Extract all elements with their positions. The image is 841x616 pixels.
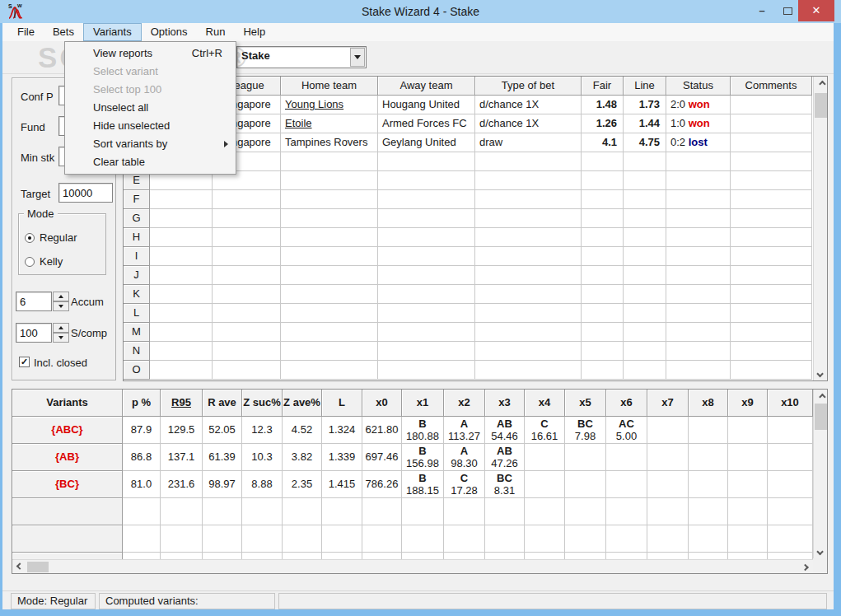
row-letter-button-N[interactable]: N (124, 342, 150, 361)
cell-league-N[interactable] (213, 342, 281, 361)
vcell-bc-x9[interactable] (728, 471, 768, 498)
cell-away-team-E[interactable] (378, 171, 475, 190)
incl-closed-checkbox[interactable] (19, 357, 30, 367)
cell-line-M[interactable] (624, 323, 666, 342)
spin-up-button[interactable] (53, 292, 69, 301)
cell-fair-G[interactable] (582, 209, 624, 228)
cell-date-I[interactable] (150, 247, 213, 266)
vcell-blank-x0[interactable] (362, 498, 402, 525)
cell-comments-O[interactable] (731, 361, 812, 380)
cell-comments-N[interactable] (731, 342, 812, 361)
cell-league-I[interactable] (213, 247, 281, 266)
vcell-ab-x7[interactable] (647, 444, 689, 471)
row-letter-button-K[interactable]: K (124, 285, 150, 304)
cell-status-F[interactable] (666, 190, 731, 209)
vcell-bc-p[interactable]: 81.0 (123, 471, 161, 498)
cell-date-O[interactable] (150, 361, 213, 380)
cell-league-L[interactable] (213, 304, 281, 323)
cell-comments-J[interactable] (731, 266, 812, 285)
row-letter-button-L[interactable]: L (124, 304, 150, 323)
cell-home-team-D[interactable] (281, 152, 378, 171)
cell-comments-C[interactable] (731, 133, 812, 152)
spin-up-button[interactable] (53, 323, 69, 333)
cell-fair-B[interactable]: 1.26 (582, 114, 624, 133)
variants-header-x8[interactable]: x8 (689, 390, 728, 417)
variants-header-z-suc[interactable]: Z suc% (242, 390, 283, 417)
cell-comments-F[interactable] (731, 190, 812, 209)
row-letter-button-J[interactable]: J (124, 266, 150, 285)
cell-league-G[interactable] (213, 209, 281, 228)
cell-date-G[interactable] (150, 209, 213, 228)
scomp-input[interactable] (16, 323, 52, 343)
cell-league-M[interactable] (213, 323, 281, 342)
vcell-ab-x1[interactable]: B156.98 (402, 444, 444, 471)
cell-bet-type-G[interactable] (475, 209, 582, 228)
cell-league-J[interactable] (213, 266, 281, 285)
cell-bet-type-M[interactable] (475, 323, 582, 342)
variants-vertical-scrollbar[interactable] (813, 390, 827, 558)
row-letter-button-F[interactable]: F (124, 190, 150, 209)
vcell-blank-x6[interactable] (606, 525, 647, 553)
cell-date-N[interactable] (150, 342, 213, 361)
cell-home-team-B[interactable]: Etoile (281, 114, 378, 133)
vcell-blank-x10[interactable] (768, 498, 813, 525)
variants-header-x6[interactable]: x6 (606, 390, 647, 417)
cell-status-O[interactable] (666, 361, 731, 380)
bets-header-away-team[interactable]: Away team (378, 77, 475, 96)
cell-away-team-G[interactable] (378, 209, 475, 228)
bets-header-line[interactable]: Line (624, 77, 666, 96)
variants-header-x4[interactable]: x4 (525, 390, 565, 417)
menubar-item-help[interactable]: Help (234, 23, 274, 41)
cell-fair-D[interactable] (582, 152, 624, 171)
vcell-bc-x4[interactable] (525, 471, 565, 498)
cell-date-M[interactable] (150, 323, 213, 342)
vcell-blank-z-suc[interactable] (242, 525, 283, 553)
cell-bet-type-D[interactable] (475, 152, 582, 171)
menubar-item-variants[interactable]: Variants (83, 23, 142, 41)
cell-home-team-H[interactable] (281, 228, 378, 247)
report-selector-combo[interactable]: Stake (236, 46, 367, 68)
cell-away-team-K[interactable] (378, 285, 475, 304)
cell-line-J[interactable] (624, 266, 666, 285)
cell-fair-A[interactable]: 1.48 (582, 96, 624, 114)
cell-bet-type-B[interactable]: d/chance 1X (475, 114, 582, 133)
scroll-left-button[interactable] (12, 560, 26, 574)
row-letter-button-O[interactable]: O (124, 361, 150, 380)
cell-line-D[interactable] (624, 152, 666, 171)
vcell-abc-l[interactable]: 1.324 (322, 417, 362, 444)
vcell-blank-r95[interactable] (161, 498, 203, 525)
vcell-ab-x2[interactable]: A98.30 (444, 444, 485, 471)
menu-item-hide-unselected[interactable]: Hide unselected (65, 117, 236, 135)
cell-home-team-C[interactable]: Tampines Rovers (281, 133, 378, 152)
cell-line-B[interactable]: 1.44 (624, 114, 666, 133)
cell-status-I[interactable] (666, 247, 731, 266)
scroll-thumb[interactable] (815, 93, 827, 118)
vcell-blank-z-ave[interactable] (283, 525, 322, 553)
cell-league-F[interactable] (213, 190, 281, 209)
cell-away-team-C[interactable]: Geylang United (378, 133, 475, 152)
maximize-button[interactable] (775, 0, 800, 21)
cell-status-C[interactable]: 0:2 lost (666, 133, 731, 152)
accum-input[interactable] (16, 292, 52, 311)
vcell-ab-x8[interactable] (689, 444, 728, 471)
vcell-ab-x10[interactable] (768, 444, 813, 471)
vcell-bc-x2[interactable]: C17.28 (444, 471, 485, 498)
scroll-up-button[interactable] (814, 77, 828, 91)
variants-header-x7[interactable]: x7 (647, 390, 689, 417)
vcell-abc-z-suc[interactable]: 12.3 (242, 417, 283, 444)
row-letter-button-I[interactable]: I (124, 247, 150, 266)
cell-away-team-A[interactable]: Hougang United (378, 96, 475, 114)
cell-line-N[interactable] (624, 342, 666, 361)
variants-header-z-ave[interactable]: Z ave% (283, 390, 322, 417)
vcell-ab-x5[interactable] (565, 444, 606, 471)
vcell-bc-r-ave[interactable]: 98.97 (203, 471, 242, 498)
vcell-blank-x3[interactable] (485, 525, 525, 553)
cell-date-H[interactable] (150, 228, 213, 247)
variants-header-x0[interactable]: x0 (362, 390, 402, 417)
cell-home-team-E[interactable] (281, 171, 378, 190)
cell-fair-E[interactable] (582, 171, 624, 190)
cell-fair-M[interactable] (582, 323, 624, 342)
bets-header-comments[interactable]: Comments (731, 77, 812, 96)
cell-fair-H[interactable] (582, 228, 624, 247)
cell-home-team-L[interactable] (281, 304, 378, 323)
